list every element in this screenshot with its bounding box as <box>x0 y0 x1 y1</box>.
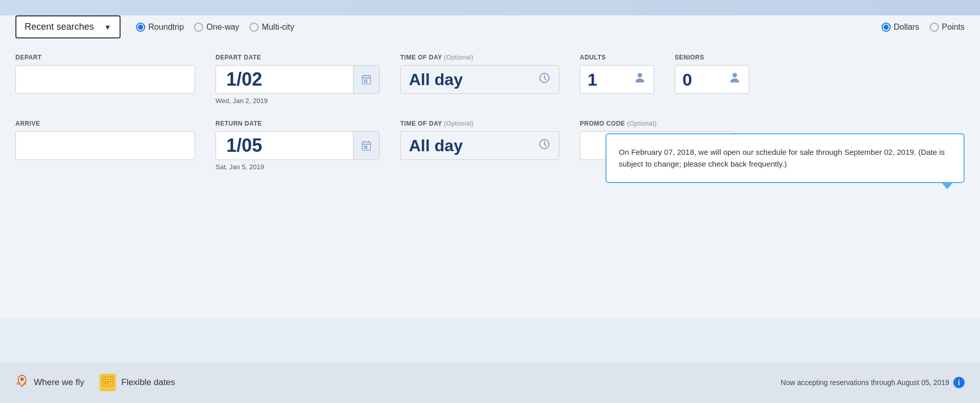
oneway-radio[interactable] <box>194 23 203 32</box>
time-of-day-1-label: TIME OF DAY (Optional) <box>400 54 559 61</box>
where-we-fly-label: Where we fly <box>34 377 84 388</box>
time-of-day-2-value: All day <box>409 136 538 155</box>
return-date-box[interactable]: 1/05 <box>215 131 380 160</box>
svg-line-23 <box>544 144 546 146</box>
return-calendar-button[interactable] <box>353 132 379 159</box>
svg-line-10 <box>544 78 546 79</box>
svg-rect-17 <box>364 146 365 147</box>
svg-point-12 <box>733 73 737 77</box>
return-date-label: RETURN DATE <box>215 120 380 127</box>
flexible-dates-link[interactable]: Flexible dates <box>100 374 175 391</box>
footer-left: Where we fly Flexible dates <box>15 374 175 391</box>
dollars-label: Dollars <box>894 23 919 32</box>
depart-date-box[interactable]: 1/02 <box>215 65 380 94</box>
time-of-day-1-field: TIME OF DAY (Optional) All day <box>400 54 570 104</box>
time-of-day-2-select[interactable]: All day <box>400 131 559 160</box>
svg-rect-32 <box>105 383 106 385</box>
seniors-counter[interactable]: 0 <box>675 65 749 94</box>
tooltip-message: On February 07, 2018, we will open our s… <box>619 148 945 168</box>
oneway-option[interactable]: One-way <box>194 23 239 32</box>
seniors-label: SENIORS <box>675 54 749 61</box>
time-of-day-1-value: All day <box>409 70 538 89</box>
recent-searches-dropdown[interactable]: Recent searches ▼ <box>15 15 121 38</box>
footer-bar: Where we fly Flexible dates Now acce <box>0 362 980 403</box>
footer-right: Now accepting reservations through Augus… <box>781 377 965 388</box>
depart-calendar-button[interactable] <box>353 66 379 93</box>
roundtrip-label: Roundtrip <box>148 23 184 32</box>
depart-field: DEPART <box>15 54 205 104</box>
calendar-icon <box>361 74 372 85</box>
multicity-label: Multi-city <box>262 23 294 32</box>
time-of-day-1-select[interactable]: All day <box>400 65 559 94</box>
depart-date-label: DEPART DATE <box>215 54 380 61</box>
arrive-input[interactable] <box>15 131 195 160</box>
currency-group: Dollars Points <box>881 23 965 32</box>
dollars-option[interactable]: Dollars <box>881 23 919 32</box>
points-radio[interactable] <box>930 23 939 32</box>
svg-rect-6 <box>364 82 365 83</box>
return-date-sub: Sat, Jan 5, 2019 <box>215 163 380 171</box>
info-button[interactable]: i <box>953 377 965 388</box>
reservations-label: Now accepting reservations through Augus… <box>781 378 949 387</box>
depart-date-sub: Wed, Jan 2, 2019 <box>215 97 380 105</box>
multicity-option[interactable]: Multi-city <box>249 23 294 32</box>
adults-counter[interactable]: 1 <box>580 65 654 94</box>
trip-type-group: Roundtrip One-way Multi-city <box>136 23 295 32</box>
points-option[interactable]: Points <box>930 23 965 32</box>
dollars-radio[interactable] <box>881 23 891 32</box>
clock-icon-1 <box>538 72 551 87</box>
svg-rect-33 <box>107 383 109 385</box>
roundtrip-radio[interactable] <box>136 23 145 32</box>
time-of-day-2-label: TIME OF DAY (Optional) <box>400 120 559 127</box>
svg-rect-4 <box>364 79 365 81</box>
points-label: Points <box>942 23 965 32</box>
dropdown-arrow-icon: ▼ <box>104 23 111 31</box>
svg-rect-20 <box>366 148 367 149</box>
flexible-dates-label: Flexible dates <box>121 377 175 388</box>
flexible-dates-icon <box>100 374 116 391</box>
depart-date-field: DEPART DATE 1/02 Wed, Jan 2, <box>215 54 390 115</box>
person-icon-seniors <box>728 71 741 88</box>
return-date-field: RETURN DATE 1/05 Sat, Jan 5, <box>215 120 390 181</box>
where-we-fly-link[interactable]: Where we fly <box>15 374 84 391</box>
svg-point-24 <box>21 378 24 381</box>
depart-date-value: 1/02 <box>216 69 353 90</box>
svg-rect-7 <box>366 82 367 83</box>
arrive-label: ARRIVE <box>15 120 195 127</box>
svg-rect-30 <box>107 381 109 382</box>
arrive-field: ARRIVE <box>15 120 205 170</box>
recent-searches-label: Recent searches <box>25 22 94 32</box>
svg-rect-18 <box>366 146 367 147</box>
adults-field: ADULTS 1 <box>580 54 664 104</box>
depart-label: DEPART <box>15 54 195 61</box>
seniors-value: 0 <box>682 70 692 90</box>
svg-rect-31 <box>110 381 111 382</box>
map-icon <box>15 374 29 391</box>
seniors-field: SENIORS 0 <box>675 54 759 104</box>
adults-value: 1 <box>587 70 597 90</box>
oneway-label: One-way <box>206 23 239 32</box>
promo-code-label: PROMO CODE (Optional) <box>580 120 734 127</box>
info-tooltip: On February 07, 2018, we will open our s… <box>605 133 965 183</box>
svg-rect-19 <box>364 148 365 149</box>
svg-point-11 <box>638 73 642 77</box>
clock-icon-2 <box>538 138 551 153</box>
multicity-radio[interactable] <box>249 23 259 32</box>
time-of-day-2-field: TIME OF DAY (Optional) All day <box>400 120 570 170</box>
return-date-value: 1/05 <box>216 135 353 156</box>
svg-rect-5 <box>366 79 367 81</box>
depart-input[interactable] <box>15 65 195 94</box>
svg-rect-29 <box>105 381 106 382</box>
person-icon-adults <box>633 71 646 88</box>
adults-label: ADULTS <box>580 54 654 61</box>
roundtrip-option[interactable]: Roundtrip <box>136 23 184 32</box>
calendar-icon-2 <box>361 140 372 151</box>
